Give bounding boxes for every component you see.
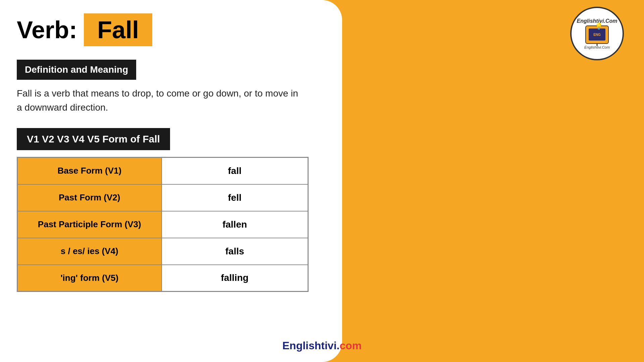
title-row: Verb: Fall: [17, 13, 305, 46]
footer: Englishtivi.com: [282, 340, 362, 352]
logo-container: Englishtivi.Com 💡 ENG Englishtivi.Com: [570, 7, 624, 60]
table-section-header: V1 V2 V3 V4 V5 Form of Fall: [17, 128, 170, 150]
table-label-0: Base Form (V1): [17, 158, 162, 184]
verb-forms-table: Base Form (V1) fall Past Form (V2) fell …: [17, 157, 309, 292]
table-row: 'ing' form (V5) falling: [17, 265, 308, 292]
logo-tv-icon: 💡 ENG: [585, 25, 609, 44]
table-value-4: falling: [162, 265, 308, 292]
table-label-3: s / es/ ies (V4): [17, 238, 162, 265]
table-row: Past Form (V2) fell: [17, 184, 308, 211]
table-row: Base Form (V1) fall: [17, 158, 308, 184]
table-value-3: falls: [162, 238, 308, 265]
table-label-2: Past Participle Form (V3): [17, 211, 162, 238]
logo-tv-screen: ENG: [589, 28, 605, 41]
definition-header: Definition and Meaning: [17, 60, 136, 80]
table-label-1: Past Form (V2): [17, 184, 162, 211]
logo-bulb-icon: 💡: [595, 22, 603, 30]
table-row: s / es/ ies (V4) falls: [17, 238, 308, 265]
content-area: Verb: Fall Definition and Meaning Fall i…: [0, 0, 322, 362]
footer-dot: .: [337, 340, 340, 352]
footer-text-blue: Englishtivi: [282, 340, 337, 352]
verb-label: Verb:: [17, 16, 77, 44]
verb-word: Fall: [84, 13, 152, 46]
table-value-0: fall: [162, 158, 308, 184]
footer-text-red: com: [339, 340, 362, 352]
logo-screen-text: ENG: [593, 33, 601, 37]
definition-text: Fall is a verb that means to drop, to co…: [17, 86, 305, 115]
table-label-4: 'ing' form (V5): [17, 265, 162, 292]
table-row: Past Participle Form (V3) fallen: [17, 211, 308, 238]
table-value-1: fell: [162, 184, 308, 211]
table-value-2: fallen: [162, 211, 308, 238]
